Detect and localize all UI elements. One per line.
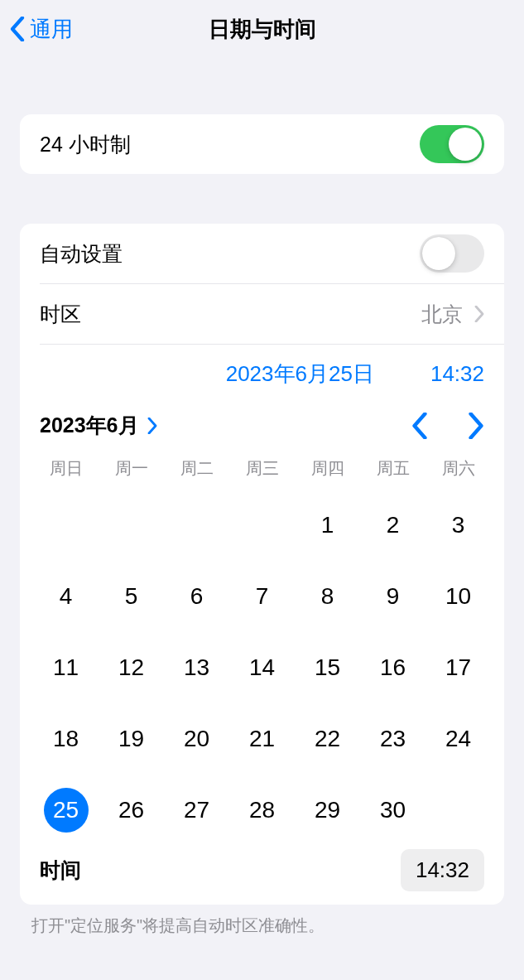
toggle-24h[interactable]: [420, 125, 484, 163]
timezone-value-text: 北京: [421, 301, 463, 328]
label-24h: 24 小时制: [40, 131, 131, 158]
row-timezone[interactable]: 时区 北京: [20, 284, 504, 344]
time-display[interactable]: 14:32: [430, 361, 484, 387]
day-cell[interactable]: 30: [362, 788, 424, 833]
day-blank: [166, 503, 228, 548]
weekday: 周二: [166, 452, 228, 485]
day-cell[interactable]: 10: [427, 574, 489, 619]
day-cell[interactable]: 26: [100, 788, 162, 833]
value-timezone: 北京: [421, 301, 484, 328]
day-cell[interactable]: 28: [231, 788, 293, 833]
calendar: 2023年6月 周日 周一 周二 周三 周四 周五 周六: [20, 398, 504, 905]
day-cell[interactable]: 17: [427, 645, 489, 690]
chevron-right-icon: [474, 306, 484, 322]
month-picker[interactable]: 2023年6月: [40, 412, 157, 439]
weekday: 周五: [362, 452, 424, 485]
day-cell[interactable]: 25: [35, 788, 97, 833]
page-title: 日期与时间: [209, 15, 316, 44]
day-cell[interactable]: 2: [362, 503, 424, 548]
back-label: 通用: [30, 15, 73, 44]
day-cell[interactable]: 13: [166, 645, 228, 690]
day-cell[interactable]: 5: [100, 574, 162, 619]
day-cell[interactable]: 9: [362, 574, 424, 619]
prev-month-button[interactable]: [411, 413, 428, 439]
time-label: 时间: [40, 857, 81, 884]
weekday: 周一: [100, 452, 162, 485]
next-month-button[interactable]: [468, 413, 484, 439]
day-cell[interactable]: 24: [427, 717, 489, 761]
row-24h: 24 小时制: [20, 114, 504, 174]
day-cell[interactable]: 20: [166, 717, 228, 761]
header: 通用 日期与时间: [0, 0, 524, 58]
time-picker[interactable]: 14:32: [401, 849, 484, 891]
date-display[interactable]: 2023年6月25日: [226, 360, 374, 389]
label-timezone: 时区: [40, 301, 81, 328]
day-cell[interactable]: 19: [100, 717, 162, 761]
day-cell[interactable]: 12: [100, 645, 162, 690]
day-blank: [231, 503, 293, 548]
weekday: 周六: [427, 452, 489, 485]
day-cell[interactable]: 29: [296, 788, 358, 833]
chevron-left-icon: [10, 17, 25, 41]
weekday: 周三: [231, 452, 293, 485]
weekday: 周日: [35, 452, 97, 485]
datetime-display: 2023年6月25日 14:32: [20, 345, 504, 398]
day-cell[interactable]: 15: [296, 645, 358, 690]
day-cell[interactable]: 8: [296, 574, 358, 619]
month-label: 2023年6月: [40, 412, 139, 439]
footnote: 打开"定位服务"将提高自动时区准确性。: [0, 905, 524, 937]
section-24h: 24 小时制: [20, 114, 504, 174]
weekday-row: 周日 周一 周二 周三 周四 周五 周六: [35, 452, 489, 485]
day-cell[interactable]: 6: [166, 574, 228, 619]
label-auto-set: 自动设置: [40, 240, 123, 268]
chevron-right-icon: [147, 418, 157, 434]
day-cell[interactable]: 27: [166, 788, 228, 833]
day-cell[interactable]: 1: [296, 503, 358, 548]
day-cell[interactable]: 23: [362, 717, 424, 761]
day-cell[interactable]: 18: [35, 717, 97, 761]
month-nav: [411, 413, 484, 439]
time-row: 时间 14:32: [35, 842, 489, 895]
day-blank: [35, 503, 97, 548]
day-cell[interactable]: 22: [296, 717, 358, 761]
days-grid: 1234567891011121314151617181920212223242…: [35, 485, 489, 842]
back-button[interactable]: 通用: [10, 15, 73, 44]
day-cell[interactable]: 11: [35, 645, 97, 690]
day-cell[interactable]: 21: [231, 717, 293, 761]
day-cell[interactable]: 4: [35, 574, 97, 619]
day-cell[interactable]: 7: [231, 574, 293, 619]
day-blank: [100, 503, 162, 548]
calendar-header: 2023年6月: [35, 408, 489, 452]
row-auto-set: 自动设置: [20, 224, 504, 283]
weekday: 周四: [296, 452, 358, 485]
day-cell[interactable]: 3: [427, 503, 489, 548]
section-datetime: 自动设置 时区 北京 2023年6月25日 14:32 2023年6月: [20, 224, 504, 905]
day-cell[interactable]: 14: [231, 645, 293, 690]
toggle-auto-set[interactable]: [420, 234, 484, 273]
day-cell[interactable]: 16: [362, 645, 424, 690]
